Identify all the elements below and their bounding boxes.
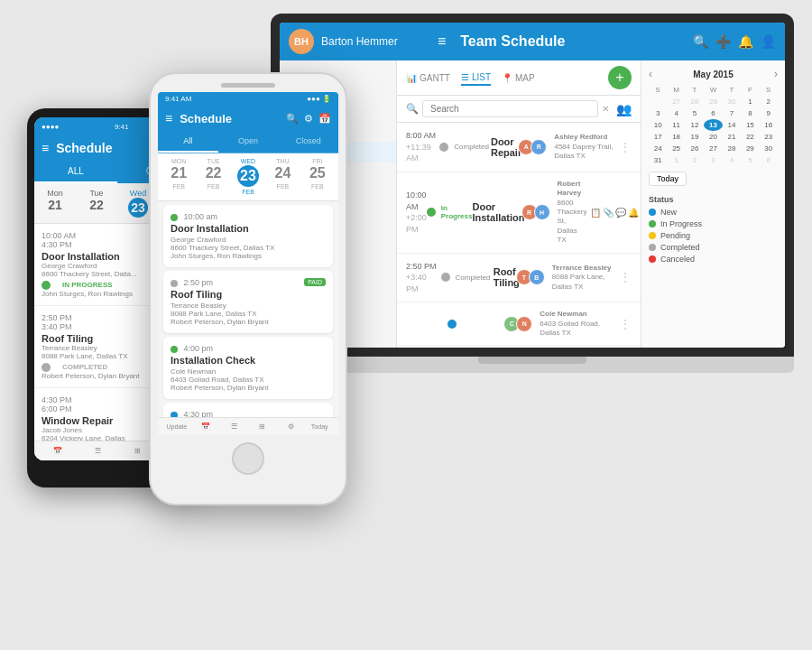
legend-item-canceled: Canceled	[649, 255, 778, 264]
crew-avatars: C N	[507, 316, 532, 332]
gantt-icon: 📊	[406, 73, 417, 83]
hamburger-icon[interactable]: ≡	[165, 111, 172, 125]
search-bar-icon: 🔍	[406, 103, 419, 115]
tab-all[interactable]: ALL	[34, 161, 117, 183]
tab-open[interactable]: Open	[218, 131, 279, 153]
ios-home-button[interactable]	[232, 442, 264, 475]
user-name: Barton Hemmer	[321, 35, 438, 48]
date-mon[interactable]: Mon 21	[34, 187, 76, 219]
calendar-next-icon[interactable]: ›	[774, 68, 778, 80]
ios-speaker	[221, 83, 275, 88]
today-button[interactable]: Today	[649, 172, 687, 186]
job-address: Robert Harvey 8600 Thackery St, Dallas T…	[558, 180, 587, 246]
list-item[interactable]: 4:30 pm Window Repair Jacob Jones6204 Vi…	[163, 403, 333, 417]
search-input[interactable]	[422, 100, 598, 117]
schedule-time: 10:00 AM +2:00 PM	[406, 190, 427, 235]
row-menu-icon[interactable]: ⋮	[619, 270, 632, 284]
hamburger-icon[interactable]: ≡	[438, 33, 446, 50]
add-icon[interactable]: ➕	[715, 34, 731, 49]
ios-status-bar: 9:41 AM ●●● 🔋	[158, 92, 338, 106]
row-menu-icon[interactable]: ⋮	[619, 140, 632, 154]
schedule-time: 2:50 PM +3:40 PM	[406, 261, 441, 295]
date-tue[interactable]: Tue 22	[76, 187, 117, 219]
nav-calendar-icon[interactable]: 📅	[191, 422, 220, 431]
calendar-grid: SMT WTFS 27 28 29 30 1 2	[649, 86, 778, 166]
action-icon[interactable]: 💬	[615, 208, 626, 218]
completed-dot	[649, 244, 656, 251]
tab-gantt[interactable]: 📊 GANTT	[406, 71, 450, 85]
nav-calendar-icon[interactable]: 📅	[40, 447, 76, 455]
status-legend: Status New In Progress Pen	[649, 195, 778, 264]
legend-item-new: New	[649, 208, 778, 217]
nav-list1-icon[interactable]: ☰	[219, 422, 248, 431]
nav-filter-icon[interactable]: ⚙	[277, 422, 306, 431]
list-item[interactable]: 2:50 pm PAID Roof Tiling Terrance Beasle…	[163, 271, 333, 333]
job-title: Door Installation	[472, 201, 524, 223]
date-col-wed-active[interactable]: Wed 23 FEB	[231, 158, 265, 196]
tab-all[interactable]: All	[158, 131, 218, 153]
list-item[interactable]: 10:00 am Door Installation George Crawfo…	[163, 205, 333, 267]
tab-closed[interactable]: Closed	[278, 131, 338, 153]
ios-title: Schedule	[180, 112, 286, 125]
table-row: 8:00 AM +11:39 AM Completed Door Repair …	[397, 123, 641, 172]
ios-items-list: 10:00 am Door Installation George Crawfo…	[158, 201, 338, 417]
pending-dot	[649, 232, 656, 239]
laptop-base-hinge	[478, 357, 586, 364]
search-icon[interactable]: 🔍	[286, 113, 299, 125]
add-schedule-button[interactable]: +	[608, 66, 632, 89]
action-icon[interactable]: 📎	[603, 208, 614, 218]
crew-avatars: A R	[521, 139, 547, 155]
status-label: Completed	[454, 143, 491, 151]
calendar-nav: ‹ May 2015 ›	[649, 68, 778, 80]
ios-bottom-nav: Update 📅 ☰ ⊞ ⚙ Today	[158, 417, 338, 435]
calendar-title: May 2015	[693, 70, 733, 79]
calendar-prev-icon[interactable]: ‹	[649, 68, 652, 80]
laptop-base	[271, 357, 794, 373]
status-time: 9:41 AM	[165, 95, 191, 103]
tab-bar: 📊 GANTT ☰ LIST 📍 MAP	[397, 60, 641, 96]
table-row: J J Jacob Jones 6204 Vickery Lane, Dalla…	[397, 346, 641, 348]
avatar: B	[529, 269, 545, 285]
schedule-list: 8:00 AM +11:39 AM Completed Door Repair …	[397, 123, 641, 348]
status-label: In Progress	[441, 204, 473, 220]
action-icon[interactable]: 📋	[590, 208, 601, 218]
avatar: H	[534, 204, 550, 220]
filter-icon[interactable]: ⚙	[304, 113, 313, 125]
notification-icon[interactable]: 🔔	[738, 34, 753, 49]
today-date[interactable]: 13	[704, 119, 722, 131]
new-dot	[649, 209, 656, 216]
tab-map[interactable]: 📍 MAP	[502, 71, 535, 85]
search-icon[interactable]: 🔍	[693, 34, 708, 49]
date-col-thu[interactable]: Thu 24 FEB	[265, 158, 300, 196]
table-row: 2:50 PM +3:40 PM Completed Roof Tiling T…	[397, 254, 641, 303]
date-col-fri[interactable]: Fri 25 FEB	[300, 158, 335, 196]
nav-list-icon[interactable]: ☰	[79, 447, 115, 455]
clear-search-icon[interactable]: ✕	[602, 104, 609, 114]
row-menu-icon[interactable]: ⋮	[619, 317, 632, 331]
nav-today-btn[interactable]: Today	[305, 423, 334, 430]
status-dot	[171, 214, 178, 221]
date-col-tue[interactable]: Tue 22 FEB	[196, 158, 230, 196]
calendar-icon[interactable]: 📅	[318, 113, 331, 125]
calendar-header: SMT WTFS	[649, 86, 778, 94]
tab-list[interactable]: ☰ LIST	[461, 70, 491, 86]
avatar: R	[531, 139, 547, 155]
status-dot	[439, 143, 448, 152]
nav-update[interactable]: Update	[162, 423, 191, 430]
status-dot	[427, 208, 436, 217]
nav-list2-icon[interactable]: ⊞	[248, 422, 277, 431]
ios-screen: 9:41 AM ●●● 🔋 ≡ Schedule 🔍 ⚙ 📅 All Open …	[158, 92, 338, 435]
action-icon[interactable]: 🔔	[628, 208, 639, 218]
hamburger-icon[interactable]: ≡	[42, 141, 49, 155]
page-title: Team Schedule	[460, 33, 693, 50]
legend-item-completed: Completed	[649, 243, 778, 252]
status-dot	[171, 346, 178, 353]
date-col-mon[interactable]: Mon 21 FEB	[161, 158, 196, 196]
add-person-icon[interactable]: 👥	[616, 102, 632, 116]
user-avatar: BH	[289, 29, 314, 54]
user-menu-icon[interactable]: 👤	[761, 34, 776, 49]
laptop-screen: BH Barton Hemmer ≡ Team Schedule 🔍 ➕ 🔔 👤…	[280, 23, 785, 348]
canceled-dot	[649, 255, 656, 263]
legend-item-inprogress: In Progress	[649, 219, 778, 228]
list-item[interactable]: 4:00 pm Installation Check Cole Newman64…	[163, 337, 333, 399]
